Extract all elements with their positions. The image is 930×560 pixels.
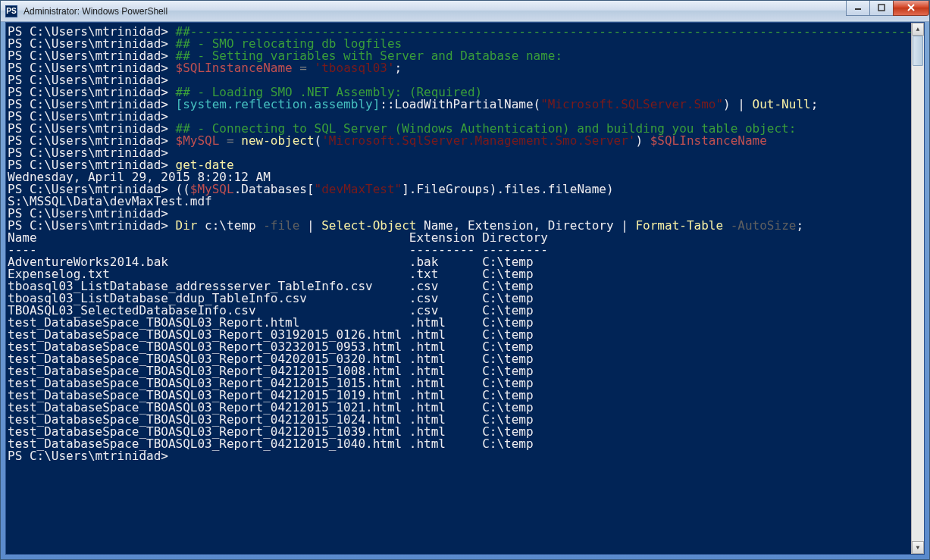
maximize-button[interactable] [869,1,894,16]
window-controls [847,1,929,16]
close-icon [907,4,916,11]
scroll-track[interactable] [912,36,924,541]
minimize-button[interactable] [846,1,870,16]
scroll-up-button[interactable]: ▲ [912,23,924,36]
minimize-icon [854,4,862,11]
console-area: PS C:\Users\mtrinidad> ##---------------… [5,22,925,555]
svg-rect-1 [878,5,885,11]
titlebar[interactable]: PS Administrator: Windows PowerShell [1,1,929,22]
vertical-scrollbar[interactable]: ▲ ▼ [911,23,924,554]
window-title: Administrator: Windows PowerShell [22,6,847,17]
console-output[interactable]: PS C:\Users\mtrinidad> ##---------------… [6,23,911,554]
close-button[interactable] [893,1,929,16]
powershell-window: PS Administrator: Windows PowerShell PS … [0,0,930,560]
maximize-icon [878,4,885,11]
scroll-down-button[interactable]: ▼ [912,541,924,554]
powershell-icon: PS [5,5,17,17]
scroll-thumb[interactable] [913,36,923,66]
